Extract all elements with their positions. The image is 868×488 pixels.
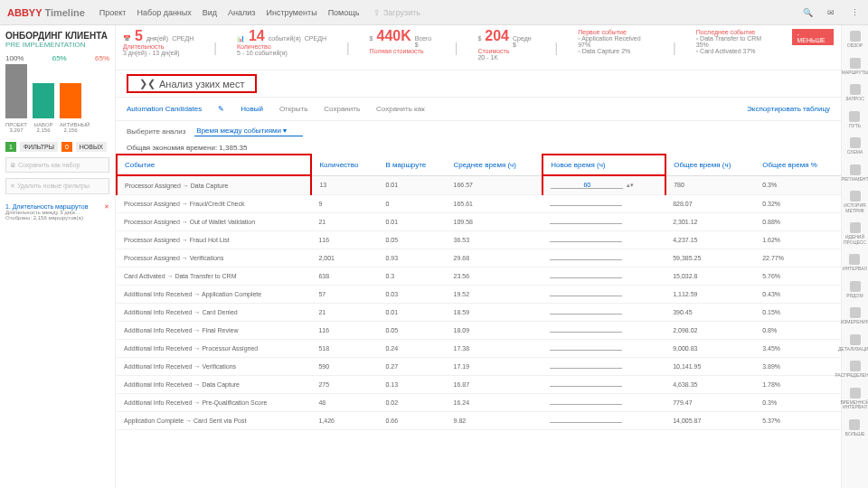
automation-candidates-link[interactable]: Automation Candidates bbox=[127, 105, 202, 113]
brand-grey: Timeline bbox=[44, 7, 84, 18]
menu-Помощь[interactable]: Помощь bbox=[328, 8, 360, 17]
total-savings: Общая экономия времени: 1,385.35 bbox=[116, 142, 841, 154]
table-row[interactable]: Application Complete → Card Sent via Pos… bbox=[117, 412, 841, 430]
new-time-input[interactable] bbox=[550, 422, 622, 423]
filters-count[interactable]: 1 bbox=[5, 142, 16, 152]
new-time-input[interactable] bbox=[550, 350, 622, 351]
project-title: ОНБОРДИНГ КЛИЕНТА bbox=[5, 31, 109, 41]
table-row[interactable]: Processor Assigned → Verifications2,0010… bbox=[117, 249, 841, 267]
rnav-РЕГЛАМЕНТ[interactable]: РЕГЛАМЕНТ bbox=[842, 164, 868, 183]
analysis-select[interactable]: Время между событиями ▾ bbox=[194, 127, 303, 136]
rnav-ИНТЕРВАЛ[interactable]: ИНТЕРВАЛ bbox=[843, 254, 867, 272]
rnav-РАСПРЕДЕЛЕНИЕ[interactable]: РАСПРЕДЕЛЕНИЕ bbox=[835, 361, 868, 379]
new-time-input[interactable] bbox=[550, 223, 622, 224]
rnav-ИЗМЕРЕНИЯ[interactable]: ИЗМЕРЕНИЯ bbox=[841, 307, 868, 325]
kpi-events: 📊14событий(я)СРЕДН Количество5 - 16 собы… bbox=[237, 29, 326, 66]
col-3[interactable]: Среднее время (ч) bbox=[447, 155, 543, 175]
save-button[interactable]: Сохранить bbox=[324, 105, 360, 113]
table-row[interactable]: Processor Assigned → Data Capture130.011… bbox=[117, 175, 841, 195]
kpi-first-event: Первое событие ▫ Application Received 97… bbox=[578, 29, 653, 66]
table-row[interactable]: Additional Info Received → Application C… bbox=[117, 286, 841, 304]
menu-Вид[interactable]: Вид bbox=[203, 8, 217, 17]
new-time-input[interactable] bbox=[550, 404, 622, 405]
kpi-duration: 📅5дня(ей)СРЕДН Длительность3 дн(ей) - 13… bbox=[123, 29, 193, 66]
new-time-input[interactable] bbox=[550, 259, 622, 260]
rnav-ОБЗОР[interactable]: ОБЗОР bbox=[847, 31, 863, 49]
col-4[interactable]: Новое время (ч) bbox=[542, 155, 665, 175]
analysis-title[interactable]: ❯❮Анализ узких мест bbox=[127, 74, 257, 93]
results-table: СобытиеКоличествоВ маршрутеСреднее время… bbox=[116, 154, 841, 488]
table-row[interactable]: Additional Info Received → Processor Ass… bbox=[117, 340, 841, 358]
table-row[interactable]: Card Activated → Data Transfer to CRM638… bbox=[117, 267, 841, 286]
rnav-РЯДОМ[interactable]: РЯДОМ bbox=[846, 281, 863, 299]
select-label: Выберите анализ bbox=[127, 127, 185, 136]
project-bars bbox=[5, 64, 109, 118]
rnav-СХЕМА[interactable]: СХЕМА bbox=[847, 137, 863, 155]
rnav-ДЕТАЛИЗАЦИЯ[interactable]: ДЕТАЛИЗАЦИЯ bbox=[838, 334, 868, 352]
new-time-input[interactable] bbox=[550, 332, 622, 333]
menu-Анализ[interactable]: Анализ bbox=[228, 8, 255, 17]
table-row[interactable]: Additional Info Received → Data Capture2… bbox=[117, 376, 841, 394]
table-row[interactable]: Additional Info Received → Verifications… bbox=[117, 358, 841, 376]
menu-Набор данных[interactable]: Набор данных bbox=[137, 8, 191, 17]
rnav-МАРШРУТЫ[interactable]: МАРШРУТЫ bbox=[842, 58, 868, 76]
filter-item-1[interactable]: 1. Длительность маршрутов ✕ bbox=[5, 203, 109, 210]
rnav-БОЛЬШЕ[interactable]: БОЛЬШЕ bbox=[845, 419, 865, 437]
new-time-input[interactable] bbox=[550, 296, 622, 296]
kpi-cost-avg: $204Средн $ Стоимость20 - 1K bbox=[477, 29, 534, 66]
rnav-ПУТЬ[interactable]: ПУТЬ bbox=[849, 111, 861, 129]
delete-filters-button: ✕ Удалить новые фильтры bbox=[5, 178, 109, 194]
new-button[interactable]: Новый bbox=[241, 105, 263, 113]
less-button[interactable]: - МЕНЬШЕ bbox=[792, 29, 834, 45]
new-time-input[interactable] bbox=[550, 368, 622, 369]
more-icon[interactable]: ⋮ bbox=[848, 6, 861, 19]
upload-button[interactable]: ⇪ Загрузить bbox=[373, 8, 420, 17]
rnav-ИСТОРИЯ МЕТРИК[interactable]: ИСТОРИЯ МЕТРИК bbox=[842, 191, 868, 213]
mail-icon[interactable]: ✉ bbox=[825, 6, 837, 19]
open-button[interactable]: Открыть bbox=[279, 105, 307, 113]
new-time-input[interactable]: 60 bbox=[551, 182, 623, 189]
rnav-ЗАПРОС[interactable]: ЗАПРОС bbox=[845, 84, 864, 102]
save-as-set-button: 🗎 Сохранить как набор bbox=[5, 157, 109, 173]
search-icon[interactable]: 🔍 bbox=[801, 6, 814, 19]
table-row[interactable]: Additional Info Received → Final Review1… bbox=[117, 322, 841, 340]
table-row[interactable]: Additional Info Received → Card Denied21… bbox=[117, 304, 841, 322]
new-time-input[interactable] bbox=[550, 205, 622, 206]
new-time-input[interactable] bbox=[550, 241, 622, 242]
menu-Инструменты[interactable]: Инструменты bbox=[267, 8, 317, 17]
col-6[interactable]: Общее время % bbox=[755, 155, 841, 175]
new-time-input[interactable] bbox=[550, 386, 622, 387]
new-count[interactable]: 0 bbox=[61, 142, 72, 152]
main-menu: ПроектНабор данныхВидАнализИнструментыПо… bbox=[99, 8, 360, 17]
kpi-last-event: Последнее событие ▫ Data Transfer to CRM… bbox=[696, 29, 774, 66]
col-5[interactable]: Общее время (ч) bbox=[665, 155, 755, 175]
new-time-input[interactable] bbox=[550, 314, 622, 314]
table-row[interactable]: Additional Info Received → Pre-Qualifica… bbox=[117, 394, 841, 412]
export-link[interactable]: Экспортировать таблицу bbox=[747, 105, 830, 113]
kpi-cost-total: $440KВсего $ Полная стоимость bbox=[370, 29, 435, 66]
project-subtitle: PRE IMPLEMENTATION bbox=[5, 41, 109, 49]
menu-Проект[interactable]: Проект bbox=[99, 8, 127, 17]
table-row[interactable]: Processor Assigned → Fraud/Credit Check9… bbox=[117, 195, 841, 213]
brand-red: ABBYY bbox=[7, 7, 42, 18]
col-1[interactable]: Количество bbox=[311, 155, 378, 175]
table-row[interactable]: Processor Assigned → Fraud Hot List1160.… bbox=[117, 231, 841, 249]
new-time-input[interactable] bbox=[550, 277, 622, 278]
table-row[interactable]: Processor Assigned → Out of Wallet Valid… bbox=[117, 213, 841, 231]
rnav-ИДЕНИЙ ПРОЦЕСС[interactable]: ИДЕНИЙ ПРОЦЕСС bbox=[842, 222, 868, 245]
col-0[interactable]: Событие bbox=[117, 155, 311, 175]
col-2[interactable]: В маршруте bbox=[378, 155, 446, 175]
rnav-ВРЕМЕННОЙ ИНТЕРВАЛ[interactable]: ВРЕМЕННОЙ ИНТЕРВАЛ bbox=[840, 388, 868, 410]
saveas-button[interactable]: Сохранить как bbox=[376, 105, 425, 113]
